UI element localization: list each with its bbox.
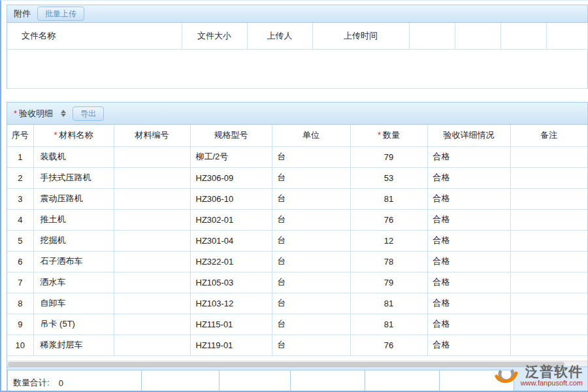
cell-material-name: 挖掘机 bbox=[33, 230, 114, 251]
cell-acceptance-detail: 合格 bbox=[427, 230, 510, 251]
cell-unit: 台 bbox=[272, 188, 350, 209]
cell-unit: 台 bbox=[272, 230, 350, 251]
cell-quantity: 81 bbox=[350, 293, 427, 314]
summary-empty-cell bbox=[141, 370, 220, 392]
column-header: 材料编号 bbox=[114, 125, 190, 146]
acceptance-table: 序号*材料名称材料编号规格型号单位*数量验收详细情况备注 1装载机柳工/2号台7… bbox=[7, 125, 588, 356]
cell-remark bbox=[510, 272, 587, 293]
cell-remark bbox=[510, 230, 587, 251]
table-row[interactable]: 3震动压路机HZ306-10台81合格 bbox=[7, 188, 587, 209]
quantity-total-label: 数量合计: bbox=[13, 377, 50, 389]
cell-unit: 台 bbox=[272, 146, 350, 167]
column-header: 验收详细情况 bbox=[427, 125, 510, 146]
required-asterisk: * bbox=[378, 130, 381, 140]
cell-remark bbox=[510, 251, 587, 272]
attachment-column-empty bbox=[409, 23, 455, 49]
watermark-brand: 泛普软件 bbox=[525, 364, 583, 379]
quantity-total-value: 0 bbox=[59, 378, 63, 388]
cell-spec-model: HZ301-04 bbox=[190, 230, 272, 251]
cell-spec-model: HZ103-12 bbox=[190, 293, 272, 314]
scrollbar-thumb[interactable] bbox=[8, 362, 564, 367]
attachment-header-row: 文件名称文件大小上传人上传时间 bbox=[7, 23, 587, 49]
attachment-column-empty bbox=[500, 23, 546, 49]
table-row[interactable]: 4推土机HZ302-01台76合格 bbox=[7, 209, 587, 230]
cell-acceptance-detail: 合格 bbox=[427, 209, 510, 230]
attachment-column-empty bbox=[455, 23, 500, 49]
table-row[interactable]: 7洒水车HZ105-03台79合格 bbox=[7, 272, 587, 293]
cell-no: 4 bbox=[7, 209, 33, 230]
cell-material-name: 手扶式压路机 bbox=[33, 167, 114, 188]
batch-upload-button[interactable]: 批量上传 bbox=[37, 7, 84, 21]
cell-remark bbox=[510, 293, 587, 314]
cell-spec-model: HZ306-10 bbox=[190, 188, 272, 209]
cell-material-code bbox=[114, 146, 190, 167]
cell-no: 6 bbox=[7, 251, 33, 272]
cell-unit: 台 bbox=[272, 335, 350, 355]
cell-quantity: 81 bbox=[350, 188, 427, 209]
cell-no: 9 bbox=[7, 314, 33, 335]
cell-material-code bbox=[114, 188, 190, 209]
cell-quantity: 81 bbox=[350, 314, 427, 335]
cell-material-name: 石子洒布车 bbox=[33, 251, 114, 272]
cell-no: 1 bbox=[7, 146, 33, 167]
cell-spec-model: HZ322-01 bbox=[190, 251, 272, 272]
attachment-panel-header: 附件 批量上传 bbox=[7, 5, 587, 23]
table-row[interactable]: 1装载机柳工/2号台79合格 bbox=[7, 146, 587, 167]
column-header: 备注 bbox=[510, 125, 587, 146]
cell-unit: 台 bbox=[272, 272, 350, 293]
cell-unit: 台 bbox=[272, 314, 350, 335]
cell-remark bbox=[510, 146, 587, 167]
cell-no: 3 bbox=[7, 188, 33, 209]
cell-quantity: 76 bbox=[350, 335, 427, 355]
summary-empty-cell bbox=[219, 370, 291, 392]
cell-material-code bbox=[114, 167, 190, 188]
cell-spec-model: HZ302-01 bbox=[190, 209, 272, 230]
column-header: 序号 bbox=[7, 125, 33, 146]
cell-spec-model: HZ306-09 bbox=[190, 167, 272, 188]
cell-material-code bbox=[114, 230, 190, 251]
cell-remark bbox=[510, 314, 587, 335]
table-row[interactable]: 6石子洒布车HZ322-01台78合格 bbox=[7, 251, 587, 272]
cell-acceptance-detail: 合格 bbox=[427, 188, 510, 209]
cell-spec-model: HZ119-01 bbox=[190, 335, 272, 355]
table-row[interactable]: 5挖掘机HZ301-04台12合格 bbox=[7, 230, 587, 251]
cell-remark bbox=[510, 167, 587, 188]
cell-unit: 台 bbox=[272, 293, 350, 314]
cell-material-code bbox=[114, 314, 190, 335]
table-row[interactable]: 10稀浆封层车HZ119-01台76合格 bbox=[7, 335, 587, 355]
column-header: *数量 bbox=[350, 125, 427, 146]
cell-unit: 台 bbox=[272, 251, 350, 272]
required-asterisk: * bbox=[14, 108, 17, 118]
cell-acceptance-detail: 合格 bbox=[427, 293, 510, 314]
cell-acceptance-detail: 合格 bbox=[427, 251, 510, 272]
watermark-url: www.fanpusoft.com bbox=[521, 379, 583, 387]
summary-empty-cell bbox=[365, 370, 440, 392]
cell-material-name: 震动压路机 bbox=[33, 188, 114, 209]
attachment-column-header: 上传时间 bbox=[312, 23, 409, 49]
sort-icon[interactable] bbox=[61, 110, 66, 117]
cell-acceptance-detail: 合格 bbox=[427, 167, 510, 188]
export-button[interactable]: 导出 bbox=[73, 106, 104, 121]
attachment-empty-body bbox=[7, 49, 587, 88]
attachment-table: 文件名称文件大小上传人上传时间 bbox=[7, 23, 588, 89]
attachment-column-header: 文件名称 bbox=[7, 23, 182, 49]
attachment-column-header: 上传人 bbox=[247, 23, 312, 49]
cell-remark bbox=[510, 188, 587, 209]
table-row[interactable]: 8自卸车HZ103-12台81合格 bbox=[7, 293, 587, 314]
acceptance-header-row: 序号*材料名称材料编号规格型号单位*数量验收详细情况备注 bbox=[7, 125, 587, 146]
cell-no: 8 bbox=[7, 293, 33, 314]
cell-spec-model: HZ105-03 bbox=[190, 272, 272, 293]
cell-material-code bbox=[114, 251, 190, 272]
column-header: 规格型号 bbox=[190, 125, 272, 146]
column-header: 单位 bbox=[272, 125, 350, 146]
required-asterisk: * bbox=[54, 130, 57, 140]
cell-remark bbox=[510, 335, 587, 355]
cell-material-name: 洒水车 bbox=[33, 272, 114, 293]
table-row[interactable]: 2手扶式压路机HZ306-09台53合格 bbox=[7, 167, 587, 188]
cell-quantity: 53 bbox=[350, 167, 427, 188]
cell-material-code bbox=[114, 209, 190, 230]
cell-acceptance-detail: 合格 bbox=[427, 335, 510, 355]
table-row[interactable]: 9吊卡 (5T)HZ115-01台81合格 bbox=[7, 314, 587, 335]
cell-quantity: 12 bbox=[350, 230, 427, 251]
summary-empty-cell bbox=[290, 370, 365, 392]
